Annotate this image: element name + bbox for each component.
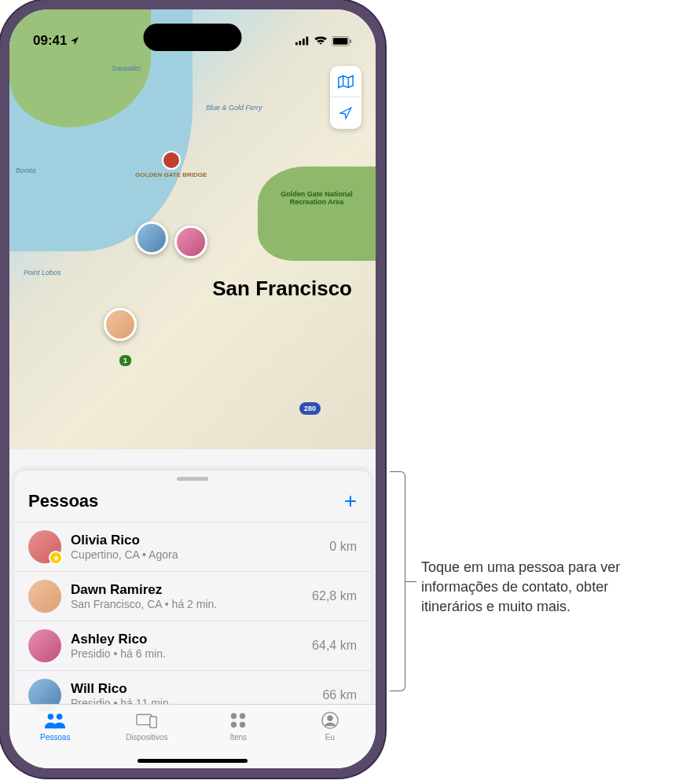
location-arrow-icon bbox=[339, 106, 353, 120]
avatar bbox=[174, 225, 207, 258]
person-row[interactable]: ★ Olivia Rico Cupertino, CA • Agora 0 km bbox=[14, 522, 371, 571]
tab-label: Dispositivos bbox=[126, 733, 167, 742]
map-icon bbox=[338, 75, 354, 89]
people-list: ★ Olivia Rico Cupertino, CA • Agora 0 km… bbox=[14, 522, 371, 720]
map-label-bonita: Bonita bbox=[16, 167, 36, 174]
svg-rect-10 bbox=[150, 716, 156, 727]
tab-label: Itens bbox=[229, 733, 247, 742]
person-info: Dawn Ramirez San Francisco, CA • há 2 mi… bbox=[71, 582, 303, 610]
map-view[interactable]: Sausalito Bonita Point Lobos Blue & Gold… bbox=[9, 9, 376, 449]
location-services-icon bbox=[70, 36, 79, 46]
svg-point-16 bbox=[327, 716, 332, 721]
map-label-ferry: Blue & Gold Ferry bbox=[206, 104, 262, 112]
person-avatar bbox=[28, 629, 61, 662]
items-icon bbox=[229, 709, 247, 731]
avatar bbox=[135, 222, 168, 255]
svg-point-11 bbox=[231, 713, 237, 719]
map-city-label: San Francisco bbox=[212, 277, 352, 301]
tab-items[interactable]: Itens bbox=[193, 709, 284, 754]
person-info: Ashley Rico Presidio • há 6 min. bbox=[71, 632, 303, 660]
person-avatar: ★ bbox=[28, 530, 61, 563]
devices-icon bbox=[135, 709, 159, 731]
person-distance: 62,8 km bbox=[312, 589, 357, 603]
route-badge-280: 280 bbox=[299, 402, 321, 415]
tab-devices[interactable]: Dispositivos bbox=[101, 709, 193, 754]
people-sheet[interactable]: Pessoas + ★ Olivia Rico Cupertino, CA • … bbox=[14, 471, 371, 720]
svg-point-13 bbox=[231, 722, 237, 727]
me-icon bbox=[321, 709, 339, 731]
tab-people[interactable]: Pessoas bbox=[9, 709, 101, 754]
wifi-icon bbox=[314, 36, 327, 46]
golden-gate-label: GOLDEN GATE BRIDGE bbox=[135, 171, 207, 178]
person-name: Ashley Rico bbox=[71, 632, 303, 647]
svg-rect-5 bbox=[333, 38, 348, 44]
svg-rect-6 bbox=[350, 39, 351, 43]
svg-rect-0 bbox=[295, 42, 298, 46]
golden-gate-marker[interactable]: GOLDEN GATE BRIDGE bbox=[135, 151, 207, 178]
map-person-pin[interactable] bbox=[104, 308, 137, 346]
svg-point-8 bbox=[57, 714, 63, 720]
svg-rect-2 bbox=[303, 38, 305, 45]
person-name: Dawn Ramirez bbox=[71, 582, 303, 598]
map-label-sausalito: Sausalito bbox=[112, 64, 141, 72]
avatar bbox=[104, 308, 137, 341]
person-location-time: Presidio • há 6 min. bbox=[71, 647, 303, 660]
svg-point-12 bbox=[240, 713, 245, 719]
favorite-badge-icon: ★ bbox=[49, 551, 63, 565]
svg-rect-3 bbox=[306, 37, 309, 46]
locate-me-button[interactable] bbox=[330, 97, 361, 129]
person-location-time: Cupertino, CA • Agora bbox=[71, 548, 320, 561]
map-person-pin[interactable] bbox=[174, 225, 207, 263]
person-name: Olivia Rico bbox=[71, 533, 320, 548]
home-indicator[interactable] bbox=[138, 759, 248, 763]
person-row[interactable]: Dawn Ramirez San Francisco, CA • há 2 mi… bbox=[14, 571, 371, 621]
person-info: Olivia Rico Cupertino, CA • Agora bbox=[71, 533, 320, 561]
sheet-title: Pessoas bbox=[28, 491, 98, 511]
tab-label: Pessoas bbox=[40, 733, 70, 742]
map-label-point-lobos: Point Lobos bbox=[24, 269, 61, 277]
status-time: 09:41 bbox=[33, 33, 79, 49]
people-icon bbox=[43, 709, 67, 731]
cellular-icon bbox=[295, 36, 310, 46]
person-distance: 64,4 km bbox=[312, 639, 357, 653]
map-label-park: Golden Gate National Recreation Area bbox=[273, 190, 360, 206]
phone-frame: 09:41 Sausalito Bonita Point Lobos Blue … bbox=[0, 0, 385, 778]
svg-point-7 bbox=[48, 714, 54, 720]
map-mode-button[interactable] bbox=[330, 66, 361, 97]
dynamic-island bbox=[144, 24, 242, 51]
person-avatar bbox=[28, 580, 61, 613]
svg-rect-1 bbox=[299, 41, 302, 45]
callout-text: Toque em uma pessoa para ver informações… bbox=[421, 558, 665, 617]
person-location-time: San Francisco, CA • há 2 min. bbox=[71, 598, 303, 610]
person-name: Will Rico bbox=[71, 681, 313, 697]
person-distance: 66 km bbox=[322, 688, 357, 702]
svg-rect-9 bbox=[137, 715, 152, 725]
map-person-pin[interactable] bbox=[135, 222, 168, 259]
svg-point-14 bbox=[240, 722, 245, 727]
battery-icon bbox=[332, 36, 352, 46]
person-distance: 0 km bbox=[329, 540, 357, 554]
route-badge-1: 1 bbox=[119, 355, 131, 366]
sheet-drag-handle[interactable] bbox=[177, 477, 208, 481]
map-controls bbox=[330, 66, 361, 129]
tab-label: Eu bbox=[325, 733, 335, 742]
tab-me[interactable]: Eu bbox=[284, 709, 376, 754]
add-person-button[interactable]: + bbox=[344, 490, 357, 512]
person-row[interactable]: Ashley Rico Presidio • há 6 min. 64,4 km bbox=[14, 621, 371, 670]
status-time-text: 09:41 bbox=[33, 33, 67, 49]
status-icons bbox=[295, 36, 352, 46]
annotation-callout: Toque em uma pessoa para ver informações… bbox=[401, 503, 665, 562]
bridge-icon bbox=[162, 151, 181, 170]
